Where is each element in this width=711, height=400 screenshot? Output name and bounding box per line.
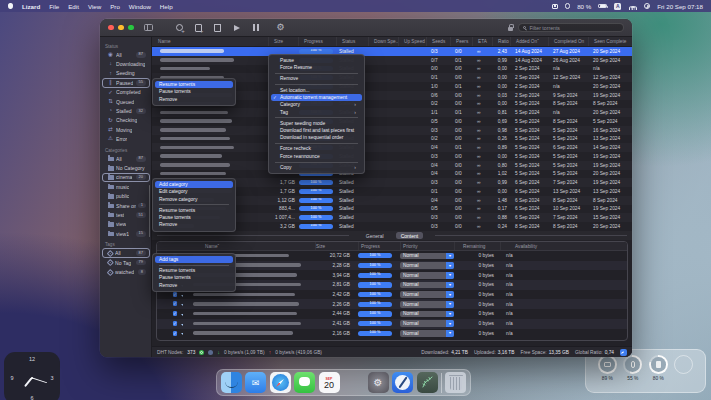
dock-safari[interactable] bbox=[270, 372, 291, 393]
sidebar-item-paused[interactable]: ∥Paused55 bbox=[102, 78, 150, 87]
menu-item-edit-category[interactable]: Edit category bbox=[155, 188, 233, 195]
priority-dropdown[interactable]: Normal▼ bbox=[400, 253, 454, 260]
torrent-row[interactable]: 100 %Stalled0/50/0∞0,695 Sep 20248 Sep 2… bbox=[152, 117, 632, 126]
sidebar-item-all[interactable]: All87 bbox=[102, 248, 150, 257]
file-row[interactable]: ✓2,26 GB100 %Normal▼0 bytesn/a bbox=[157, 299, 627, 309]
file-column-header-priority[interactable]: Priority bbox=[400, 242, 454, 250]
file-column-header-availability[interactable]: Availability bbox=[500, 242, 580, 250]
options-button[interactable]: ⚙ bbox=[276, 23, 286, 33]
filter-torrents-input[interactable] bbox=[529, 25, 619, 31]
tab-content[interactable]: Content bbox=[396, 232, 424, 239]
zoom-window-button[interactable] bbox=[128, 25, 134, 31]
sidebar-item-share-on-tv[interactable]: Share on TV1 bbox=[102, 201, 150, 210]
column-header-peers[interactable]: Peers bbox=[450, 37, 472, 46]
dock-finder[interactable] bbox=[221, 372, 242, 393]
menu-item-resume-torrents[interactable]: Resume torrents bbox=[155, 207, 233, 214]
file-checkbox[interactable]: ✓ bbox=[173, 301, 177, 306]
input-source-icon[interactable]: A bbox=[614, 3, 621, 10]
column-header-seen-complete[interactable]: Seen Complete bbox=[588, 37, 632, 46]
torrent-row[interactable]: 100 %Stalled1/10/1∞0,815 Sep 2024n/a20 S… bbox=[152, 108, 632, 117]
menu-item-pause-torrents[interactable]: Pause torrents bbox=[155, 274, 233, 281]
file-row[interactable]: ✓2,44 GB100 %Normal▼0 bytesn/a bbox=[157, 309, 627, 319]
priority-dropdown[interactable]: Normal▼ bbox=[400, 272, 454, 279]
menubar-clock[interactable]: Fri 20 Sep 07:18 bbox=[657, 3, 703, 10]
torrent-row[interactable]: 100 %Stalled0/30/0∞0,985 Sep 20245 Sep 2… bbox=[152, 126, 632, 135]
column-header-completed-on[interactable]: Completed On bbox=[548, 37, 588, 46]
menu-item-set-location[interactable]: Set location... bbox=[271, 87, 362, 94]
file-checkbox[interactable]: ✓ bbox=[173, 321, 177, 326]
menubar-app-name[interactable]: Lizard bbox=[22, 3, 40, 10]
sidebar-item-all[interactable]: ◉All87 bbox=[102, 50, 150, 59]
resume-button[interactable] bbox=[232, 23, 242, 33]
file-column-header-size[interactable]: Size bbox=[315, 242, 358, 250]
menu-item-tag[interactable]: Tag› bbox=[271, 109, 362, 116]
menu-item-super-seeding-mode[interactable]: Super seeding mode bbox=[271, 120, 362, 127]
menu-item-force-recheck[interactable]: Force recheck bbox=[271, 145, 362, 152]
column-header-down-spe[interactable]: Down Spe... bbox=[368, 37, 398, 46]
menu-item-force-resume[interactable]: Force Resume bbox=[271, 64, 362, 71]
menubar-menu-pro[interactable]: Pro bbox=[110, 3, 120, 10]
sidebar-item-all[interactable]: All87 bbox=[102, 154, 150, 163]
dock-trash[interactable] bbox=[445, 372, 466, 393]
dock-calendar[interactable]: SEP20 bbox=[319, 372, 340, 393]
dock-xcode[interactable] bbox=[392, 372, 413, 393]
alt-speed-icon[interactable] bbox=[208, 350, 213, 355]
close-window-button[interactable] bbox=[108, 25, 114, 31]
control-center-icon[interactable] bbox=[565, 3, 571, 9]
sidebar-item-checking[interactable]: ↻Checking bbox=[102, 116, 150, 125]
column-header-seeds[interactable]: Seeds bbox=[426, 37, 450, 46]
file-column-header-name[interactable]: Name ˆ bbox=[157, 242, 315, 250]
sidebar-item-cinema[interactable]: cinema20 bbox=[102, 173, 150, 182]
dock-lizard[interactable] bbox=[417, 372, 438, 393]
menubar-menu-edit[interactable]: Edit bbox=[68, 3, 79, 10]
menu-item-download-in-sequential-order[interactable]: Download in sequential order bbox=[271, 134, 362, 141]
delete-button[interactable] bbox=[213, 23, 223, 33]
battery-icon[interactable] bbox=[598, 4, 607, 9]
speed-limit-icon[interactable] bbox=[620, 349, 627, 356]
sidebar-item-no-tag[interactable]: No Tag79 bbox=[102, 258, 150, 267]
add-torrent-file-button[interactable] bbox=[194, 23, 204, 33]
file-row[interactable]: ✓2,16 GB100 %Normal▼0 bytesn/a bbox=[157, 329, 627, 339]
dock-settings[interactable]: ⚙ bbox=[368, 372, 389, 393]
menu-item-download-first-and-last-pieces-first[interactable]: Download first and last pieces first bbox=[271, 127, 362, 134]
menu-item-remove-category[interactable]: Remove category bbox=[155, 196, 233, 203]
sidebar-scrollbar[interactable] bbox=[149, 185, 151, 237]
column-header-ratio[interactable]: Ratio bbox=[492, 37, 510, 46]
file-checkbox[interactable]: ✓ bbox=[173, 311, 177, 316]
sidebar-item-no-category[interactable]: No Category bbox=[102, 163, 150, 172]
sidebar-item-watched[interactable]: watched8 bbox=[102, 267, 150, 276]
sidebar-item-seeding[interactable]: ↑Seeding bbox=[102, 69, 150, 78]
menu-item-pause-torrents[interactable]: Pause torrents bbox=[155, 88, 233, 95]
sidebar-item-public[interactable]: public bbox=[102, 191, 150, 200]
clock-widget[interactable]: 12 3 6 9 bbox=[4, 352, 60, 400]
menu-item-automatic-torrent-management[interactable]: ✓Automatic torrent management bbox=[271, 94, 362, 101]
torrent-row[interactable]: 100 %Stalled0/30/0∞0,005 Sep 20245 Sep 2… bbox=[152, 152, 632, 161]
dock-app-store[interactable] bbox=[343, 372, 364, 393]
menu-item-category[interactable]: Category› bbox=[271, 101, 362, 108]
sidebar-item-completed[interactable]: ✓Completed bbox=[102, 88, 150, 97]
priority-dropdown[interactable]: Normal▼ bbox=[400, 291, 454, 298]
column-header-status[interactable]: Status bbox=[336, 37, 368, 46]
menu-item-remove[interactable]: Remove bbox=[155, 282, 233, 289]
menubar-menu-window[interactable]: Window bbox=[129, 3, 151, 10]
menubar-menu-view[interactable]: View bbox=[88, 3, 101, 10]
sidebar-item-moving[interactable]: ⇄Moving bbox=[102, 125, 150, 134]
sidebar-item-test[interactable]: test51 bbox=[102, 210, 150, 219]
menu-item-remove[interactable]: Remove bbox=[271, 75, 362, 82]
dock-mail[interactable]: ✉ bbox=[245, 372, 266, 393]
torrent-row[interactable]: 100 %Stalled0/40/0∞1,025 Sep 20245 Sep 2… bbox=[152, 170, 632, 179]
torrent-row[interactable]: 100 %Stalled0/20/0∞0,265 Sep 20245 Sep 2… bbox=[152, 135, 632, 144]
sidebar-toggle-icon[interactable] bbox=[144, 24, 153, 31]
column-header-name[interactable]: Name bbox=[152, 37, 268, 46]
menu-item-add-tags[interactable]: Add tags bbox=[155, 256, 233, 263]
file-row[interactable]: ✓2,41 GB100 %Normal▼0 bytesn/a bbox=[157, 319, 627, 329]
sidebar-item-error[interactable]: ⚠Error bbox=[102, 135, 150, 144]
lock-icon[interactable] bbox=[508, 27, 513, 31]
sidebar-item-music[interactable]: music bbox=[102, 182, 150, 191]
torrent-row[interactable]: 100 %Stalled0/30/0∞2,4314 Aug 202427 Aug… bbox=[152, 47, 632, 56]
torrent-row[interactable]: 100 %Stalled0/40/1∞0,895 Sep 20246 Sep 2… bbox=[152, 143, 632, 152]
column-header-eta[interactable]: ETA bbox=[472, 37, 492, 46]
user-switch-icon[interactable] bbox=[644, 3, 650, 9]
menu-item-copy[interactable]: Copy› bbox=[271, 164, 362, 171]
sidebar-item-downloading[interactable]: ↓Downloading bbox=[102, 59, 150, 68]
